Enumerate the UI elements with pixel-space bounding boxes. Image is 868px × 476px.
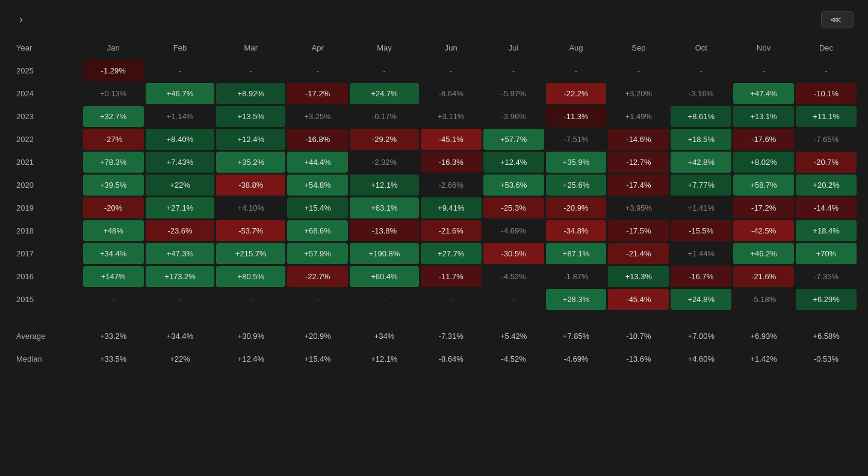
data-cell: +173.2%: [146, 266, 215, 287]
col-header-may: May: [350, 37, 419, 58]
table-row: 2021+78.3%+7.43%+35.2%+44.4%-2.32%-16.3%…: [11, 152, 857, 173]
data-cell: -: [146, 60, 215, 81]
data-cell: -2.66%: [421, 175, 482, 196]
data-cell: +1.44%: [671, 243, 731, 264]
data-cell: +1.41%: [671, 197, 731, 218]
stats-row: Median+33.5%+22%+12.4%+15.4%+12.1%-8.64%…: [11, 348, 857, 369]
data-cell: +39.5%: [83, 175, 144, 196]
data-cell: -45.1%: [421, 129, 482, 150]
data-cell: -23.6%: [146, 220, 215, 241]
col-header-year: Year: [11, 37, 81, 58]
data-cell: +35.9%: [546, 152, 607, 173]
data-cell: -1.29%: [83, 60, 144, 81]
data-cell: +57.7%: [483, 129, 544, 150]
data-cell: -: [350, 289, 419, 310]
data-cell: -30.5%: [483, 243, 544, 264]
col-header-mar: Mar: [216, 37, 285, 58]
table-container: YearJanFebMarAprMayJunJulAugSepOctNovDec…: [0, 36, 868, 381]
data-cell: +28.3%: [546, 289, 607, 310]
data-cell: +15.4%: [287, 197, 348, 218]
col-header-dec: Dec: [796, 37, 857, 58]
data-cell: -: [350, 60, 419, 81]
data-cell: -53.7%: [216, 220, 285, 241]
data-cell: +9.41%: [421, 197, 482, 218]
data-cell: -17.2%: [287, 83, 348, 104]
data-cell: -15.5%: [671, 220, 731, 241]
stats-cell: +33.2%: [83, 326, 144, 347]
data-cell: +44.4%: [287, 152, 348, 173]
stats-cell: +12.1%: [350, 348, 419, 369]
data-cell: +1.14%: [146, 106, 215, 127]
col-header-apr: Apr: [287, 37, 348, 58]
data-cell: +3.11%: [421, 106, 482, 127]
data-cell: +46.2%: [733, 243, 794, 264]
data-cell: +6.29%: [796, 289, 857, 310]
data-cell: -5.18%: [733, 289, 794, 310]
data-cell: +27.7%: [421, 243, 482, 264]
data-cell: -: [216, 60, 285, 81]
data-cell: -5.97%: [483, 83, 544, 104]
year-cell: 2021: [11, 152, 81, 173]
year-cell: 2024: [11, 83, 81, 104]
col-header-jul: Jul: [483, 37, 544, 58]
data-cell: -14.4%: [796, 197, 857, 218]
data-cell: +3.25%: [287, 106, 348, 127]
data-cell: +1.49%: [608, 106, 669, 127]
data-cell: -17.5%: [608, 220, 669, 241]
data-cell: -17.6%: [733, 129, 794, 150]
data-cell: +4.10%: [216, 197, 285, 218]
data-cell: -: [421, 60, 482, 81]
data-cell: +80.5%: [216, 266, 285, 287]
data-cell: +18.4%: [796, 220, 857, 241]
data-cell: -25.3%: [483, 197, 544, 218]
year-cell: 2018: [11, 220, 81, 241]
table-header-row: YearJanFebMarAprMayJunJulAugSepOctNovDec: [11, 37, 857, 58]
data-cell: -29.2%: [350, 129, 419, 150]
year-cell: 2025: [11, 60, 81, 81]
share-button[interactable]: ⋘: [821, 11, 854, 28]
stats-cell: +1.42%: [733, 348, 794, 369]
data-cell: +13.3%: [608, 266, 669, 287]
stats-cell: -4.52%: [483, 348, 544, 369]
col-header-jun: Jun: [421, 37, 482, 58]
data-cell: +13.5%: [216, 106, 285, 127]
data-cell: -: [216, 289, 285, 310]
data-cell: -22.7%: [287, 266, 348, 287]
data-cell: -20%: [83, 197, 144, 218]
data-cell: -11.3%: [546, 106, 607, 127]
data-cell: +47.4%: [733, 83, 794, 104]
data-cell: -: [421, 289, 482, 310]
data-cell: -16.8%: [287, 129, 348, 150]
data-cell: -21.6%: [421, 220, 482, 241]
data-cell: -45.4%: [608, 289, 669, 310]
table-row: 2023+32.7%+1.14%+13.5%+3.25%-0.17%+3.11%…: [11, 106, 857, 127]
data-cell: +3.95%: [608, 197, 669, 218]
stats-cell: +22%: [146, 348, 215, 369]
data-cell: -: [483, 289, 544, 310]
stats-cell: +7.00%: [671, 326, 731, 347]
year-cell: 2019: [11, 197, 81, 218]
table-row: 2017+34.4%+47.3%+215.7%+57.9%+190.8%+27.…: [11, 243, 857, 264]
stats-cell: -7.31%: [421, 326, 482, 347]
table-row: 2025-1.29%-----------: [11, 60, 857, 81]
data-cell: -3.96%: [483, 106, 544, 127]
data-cell: -20.7%: [796, 152, 857, 173]
col-header-nov: Nov: [733, 37, 794, 58]
data-cell: -2.32%: [350, 152, 419, 173]
data-cell: +60.4%: [350, 266, 419, 287]
stats-cell: -4.69%: [546, 348, 607, 369]
data-cell: -: [796, 60, 857, 81]
data-cell: +8.02%: [733, 152, 794, 173]
data-cell: -22.2%: [546, 83, 607, 104]
stats-cell: -13.6%: [608, 348, 669, 369]
data-cell: +34.4%: [83, 243, 144, 264]
data-cell: +25.6%: [546, 175, 607, 196]
data-cell: -8.64%: [421, 83, 482, 104]
data-cell: +46.7%: [146, 83, 215, 104]
col-header-jan: Jan: [83, 37, 144, 58]
data-cell: +57.9%: [287, 243, 348, 264]
stats-cell: +30.9%: [216, 326, 285, 347]
stats-cell: +34%: [350, 326, 419, 347]
table-row: 2019-20%+27.1%+4.10%+15.4%+63.1%+9.41%-2…: [11, 197, 857, 218]
data-cell: +54.8%: [287, 175, 348, 196]
